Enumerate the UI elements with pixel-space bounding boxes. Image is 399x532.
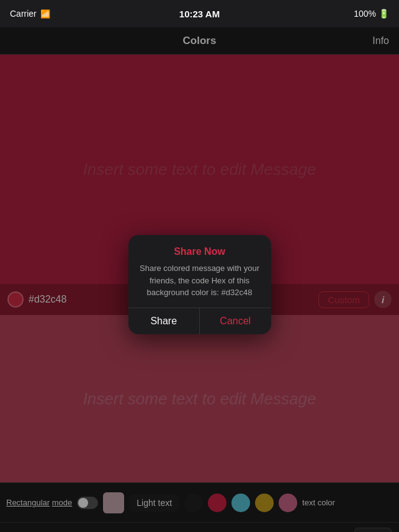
alert-content: Share Now Share colored message with you… <box>128 235 271 308</box>
alert-cancel-button[interactable]: Cancel <box>200 308 271 334</box>
alert-title: Share Now <box>138 246 261 257</box>
carrier-info: Carrier 📶 <box>10 9 50 19</box>
carrier-label: Carrier <box>10 9 37 19</box>
battery-icon: 🔋 <box>379 9 389 19</box>
alert-dialog: Share Now Share colored message with you… <box>128 235 271 334</box>
status-bar: Carrier 📶 10:23 AM 100% 🔋 <box>0 0 399 27</box>
modal-overlay: Share Now Share colored message with you… <box>0 0 399 532</box>
battery-info: 100% 🔋 <box>354 9 389 19</box>
status-time: 10:23 AM <box>179 9 220 19</box>
alert-buttons: Share Cancel <box>128 308 271 334</box>
alert-share-button[interactable]: Share <box>128 308 200 334</box>
wifi-icon: 📶 <box>40 9 50 19</box>
battery-label: 100% <box>354 9 376 19</box>
alert-body: Share colored message with your friends,… <box>138 262 261 299</box>
